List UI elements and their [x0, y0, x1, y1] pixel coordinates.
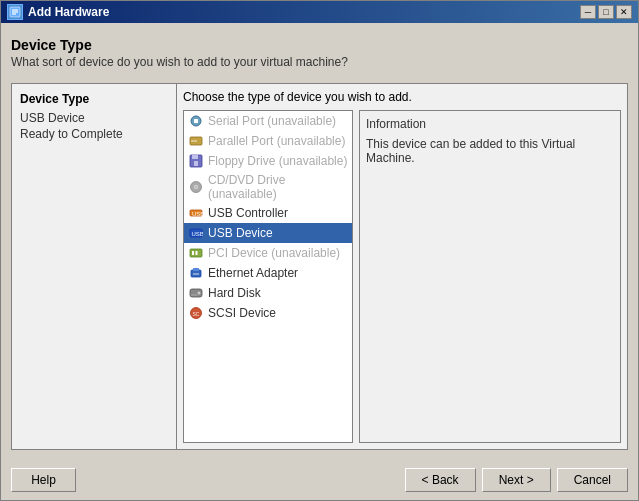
sidebar-item-ready: Ready to Complete [20, 126, 168, 142]
list-item-label: Ethernet Adapter [208, 266, 298, 280]
pci-icon [188, 245, 204, 261]
cd-icon [188, 179, 204, 195]
svg-point-15 [195, 186, 197, 188]
parallel-icon [188, 133, 204, 149]
scsi-icon: SC [188, 305, 204, 321]
svg-text:USB: USB [192, 231, 204, 237]
sidebar-title: Device Type [20, 92, 168, 106]
list-item-label: Serial Port (unavailable) [208, 114, 336, 128]
list-item-label: USB Device [208, 226, 273, 240]
list-item[interactable]: Ethernet Adapter [184, 263, 352, 283]
sidebar-item-usb-device: USB Device [20, 110, 168, 126]
svg-text:SC: SC [193, 311, 200, 317]
list-item-label: Floppy Drive (unavailable) [208, 154, 347, 168]
device-list: Serial Port (unavailable) Parallel Port … [183, 110, 353, 443]
list-item-label: CD/DVD Drive (unavailable) [208, 173, 348, 201]
right-panel: Choose the type of device you wish to ad… [177, 84, 627, 449]
list-item[interactable]: Serial Port (unavailable) [184, 111, 352, 131]
help-button[interactable]: Help [11, 468, 76, 492]
serial-icon [188, 113, 204, 129]
svg-rect-12 [194, 161, 198, 166]
list-item[interactable]: Parallel Port (unavailable) [184, 131, 352, 151]
main-panel: Device Type USB Device Ready to Complete… [11, 83, 628, 450]
list-item-label: Parallel Port (unavailable) [208, 134, 345, 148]
next-button[interactable]: Next > [482, 468, 551, 492]
list-item-label: SCSI Device [208, 306, 276, 320]
window-title: Add Hardware [28, 5, 109, 19]
svg-rect-22 [196, 251, 198, 255]
info-text: This device can be added to this Virtual… [366, 137, 614, 165]
svg-point-29 [198, 292, 201, 295]
header-section: Device Type What sort of device do you w… [11, 33, 628, 75]
window-icon [7, 4, 23, 20]
content-area: Device Type What sort of device do you w… [1, 23, 638, 460]
back-button[interactable]: < Back [405, 468, 476, 492]
list-item-label: USB Controller [208, 206, 288, 220]
info-title: Information [366, 117, 614, 131]
cancel-button[interactable]: Cancel [557, 468, 628, 492]
svg-rect-5 [194, 119, 198, 123]
usb-device-icon: USB [188, 225, 204, 241]
ethernet-icon [188, 265, 204, 281]
maximize-button[interactable]: □ [598, 5, 614, 19]
window: Add Hardware ─ □ ✕ Device Type What sort… [0, 0, 639, 501]
list-item[interactable]: SC SCSI Device [184, 303, 352, 323]
choose-label: Choose the type of device you wish to ad… [183, 90, 621, 104]
list-item[interactable]: Hard Disk [184, 283, 352, 303]
bottom-bar: Help < Back Next > Cancel [1, 460, 638, 500]
list-item[interactable]: Floppy Drive (unavailable) [184, 151, 352, 171]
page-subtitle: What sort of device do you wish to add t… [11, 55, 628, 69]
page-title: Device Type [11, 37, 628, 53]
list-item[interactable]: USB USB Controller [184, 203, 352, 223]
list-item-label: PCI Device (unavailable) [208, 246, 340, 260]
list-item-usb-device[interactable]: USB USB Device [184, 223, 352, 243]
hard-disk-icon [188, 285, 204, 301]
device-list-and-info: Serial Port (unavailable) Parallel Port … [183, 110, 621, 443]
title-bar: Add Hardware ─ □ ✕ [1, 1, 638, 23]
info-panel: Information This device can be added to … [359, 110, 621, 443]
close-button[interactable]: ✕ [616, 5, 632, 19]
svg-text:USB: USB [192, 211, 203, 217]
list-item[interactable]: CD/DVD Drive (unavailable) [184, 171, 352, 203]
list-item[interactable]: PCI Device (unavailable) [184, 243, 352, 263]
svg-rect-21 [192, 251, 194, 255]
sidebar: Device Type USB Device Ready to Complete [12, 84, 177, 449]
svg-rect-11 [192, 155, 198, 159]
usb-controller-icon: USB [188, 205, 204, 221]
list-item-label: Hard Disk [208, 286, 261, 300]
svg-rect-24 [193, 268, 199, 271]
floppy-icon [188, 153, 204, 169]
minimize-button[interactable]: ─ [580, 5, 596, 19]
